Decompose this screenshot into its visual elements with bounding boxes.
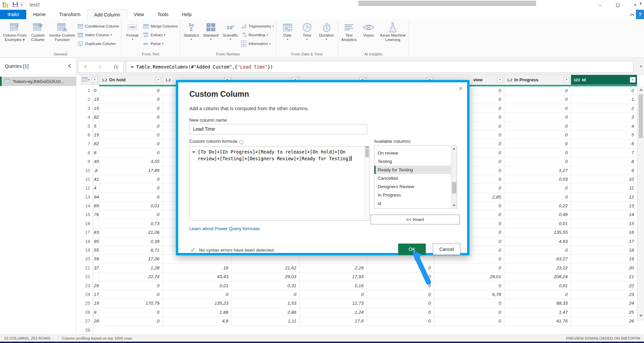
cell-id: 4 — [571, 122, 637, 131]
status-column-profiling[interactable]: Column profiling based on top 1000 rows — [62, 336, 132, 340]
ribbon-button-standard[interactable]: +−÷×Standard▾ — [201, 20, 221, 51]
column-header-in-progress[interactable]: 1.2In Progress▾ — [504, 75, 571, 85]
scroll-left-icon[interactable] — [2, 2, 4, 5]
divider — [26, 2, 26, 8]
available-column-in-progress[interactable]: In Progress — [374, 191, 457, 199]
tab-add-column[interactable]: Add Column — [87, 10, 127, 19]
cell-clipped-col: 83 — [93, 228, 99, 237]
ribbon-button-parse[interactable]: abcParse▾ — [143, 39, 178, 48]
save-icon[interactable] — [13, 2, 18, 7]
scroll-up-icon[interactable] — [453, 148, 455, 149]
ribbon-button-text-analytics[interactable]: TextAnalytics — [339, 20, 359, 51]
cell-hidden-c: 21,62 — [232, 264, 300, 272]
ribbon-button-duplicate-column[interactable]: Duplicate Column — [77, 39, 119, 48]
cell-on-hold: 1,28 — [99, 264, 163, 272]
tab-transform[interactable]: Transform — [52, 10, 87, 19]
tab-файл[interactable]: Файл — [0, 10, 26, 19]
collapse-ribbon-icon[interactable] — [630, 12, 635, 17]
ribbon-button-label: Invoke Custom — [49, 33, 75, 38]
filter-dropdown-icon[interactable]: ▾ — [92, 77, 98, 83]
ribbon-button-date[interactable]: Date▾ — [278, 20, 297, 51]
vertical-scroll-thumb[interactable] — [639, 94, 643, 138]
cell-clipped-col: 15 — [93, 131, 99, 139]
cancel-formula-icon[interactable]: × — [84, 63, 87, 70]
insert-button[interactable]: << Insert — [371, 215, 460, 224]
tab-tools[interactable]: Tools — [151, 10, 175, 19]
custom-column-formula-input[interactable]: = [To Do]+[In Progress]+[Ready to releas… — [189, 146, 370, 221]
available-column-designers-review[interactable]: Designers Review — [374, 182, 457, 191]
ribbon-button-azure-machine-learning[interactable]: Azure MachineLearning — [378, 20, 408, 51]
filter-dropdown-icon[interactable]: ▾ — [155, 77, 161, 83]
available-column-testing[interactable]: Testing — [374, 157, 457, 166]
ribbon-button-custom-column[interactable]: CustomColumn — [28, 20, 48, 51]
cell-on-hold: 0 — [99, 193, 163, 202]
quick-access-toolbar-dropdown-icon[interactable]: ▾ — [21, 3, 23, 7]
info-icon[interactable]: i — [239, 140, 244, 144]
help-badge[interactable]: ? — [636, 10, 644, 19]
filter-dropdown-icon[interactable]: ▾ — [630, 77, 636, 83]
tab-home[interactable]: Home — [26, 10, 52, 19]
minimize-button[interactable]: – — [592, 0, 609, 10]
formula-scrollbar[interactable] — [365, 147, 369, 220]
maximize-button[interactable] — [609, 0, 627, 10]
formula-scroll-thumb[interactable] — [365, 148, 369, 157]
dialog-close-icon[interactable]: × — [459, 85, 463, 92]
fx-icon[interactable]: fx — [113, 64, 118, 70]
ribbon-button-duration[interactable]: Duration▾ — [317, 20, 336, 51]
ribbon-button-invoke-custom-function[interactable]: fxInvoke CustomFunction — [48, 20, 77, 51]
vision-icon — [363, 21, 375, 33]
ribbon-button-column-from-examples[interactable]: Column FromExamples ▾ — [1, 20, 28, 51]
cancel-button[interactable]: Cancel — [433, 244, 460, 255]
ribbon-button-information[interactable]: 1−3+Information▾ — [241, 39, 274, 48]
column-header-id[interactable]: 123id▾ — [571, 75, 637, 85]
available-column-on-review[interactable]: On review — [374, 149, 457, 157]
scroll-down-icon[interactable] — [639, 315, 643, 317]
new-column-name-input[interactable]: Lead Time — [189, 124, 367, 134]
ribbon-button-statistics[interactable]: X̄σΣStatistics▾ — [182, 20, 201, 51]
table-corner-header[interactable]: ▾ — [80, 75, 93, 85]
ribbon-button-merge-columns[interactable]: Merge Columns — [143, 22, 178, 31]
ribbon-button-label: Examples ▾ — [5, 38, 25, 42]
list-scrollbar[interactable] — [451, 146, 457, 208]
cell-id: 22 — [571, 282, 637, 290]
available-column-on-hold[interactable]: On hold — [374, 146, 457, 149]
table-icon — [5, 78, 10, 84]
scroll-right-icon[interactable] — [640, 2, 642, 5]
expand-formula-bar-icon[interactable]: ▾ — [640, 64, 642, 69]
collapse-pane-icon[interactable] — [68, 65, 71, 68]
cell-on-hold: 0 — [99, 113, 163, 122]
cell-hidden-d: 12,73 — [300, 299, 367, 308]
tab-view[interactable]: View — [127, 10, 151, 19]
available-column-ready-for-testing[interactable]: Ready for Testing — [374, 166, 457, 174]
ribbon-button-time[interactable]: Time▾ — [297, 20, 317, 51]
ribbon-tab-row: ФайлHomeTransformAdd ColumnViewToolsHelp… — [0, 10, 644, 19]
filter-dropdown-icon[interactable]: ▾ — [564, 77, 569, 83]
cell-on-hold: 0 — [99, 95, 163, 104]
list-scroll-thumb[interactable] — [452, 182, 456, 194]
ribbon-button-conditional-column[interactable]: Conditional Column — [77, 22, 119, 31]
scroll-up-icon[interactable] — [639, 89, 643, 91]
learn-formulas-link[interactable]: Learn about Power Query formulas — [189, 226, 260, 231]
cell-id: 2 — [571, 104, 637, 113]
ribbon-button-extract[interactable]: ABC123Extract▾ — [143, 31, 178, 39]
ribbon-button-index-column[interactable]: Index Column▾ — [77, 31, 119, 39]
query-list-item[interactable]: ?token=eyJhbGciOiJIUzI... — [0, 77, 76, 86]
ribbon-button-trigonometry[interactable]: Trigonometry▾ — [241, 22, 274, 31]
scroll-down-icon[interactable] — [453, 205, 455, 206]
available-column-id[interactable]: id — [374, 199, 457, 208]
formula-input[interactable]: = Table.RemoveColumns(#"Added Custom",{"… — [126, 61, 634, 73]
ribbon-button-rounding[interactable]: .00→.0Rounding▾ — [241, 31, 274, 39]
tab-help[interactable]: Help — [175, 10, 198, 19]
horizontal-scroll-thumb[interactable] — [358, 1, 536, 6]
filter-dropdown-icon[interactable]: ▾ — [497, 77, 503, 83]
ribbon-button-format[interactable]: ABCFormat▾ — [123, 20, 142, 51]
vertical-scrollbar[interactable] — [637, 86, 644, 321]
cell-clipped-col: 82 — [93, 139, 99, 148]
column-header-clipped-col[interactable]: ▾ — [93, 75, 99, 85]
cell-in-progress: 135,55 — [504, 228, 571, 237]
ribbon-button-scientific[interactable]: 102Scientific▾ — [221, 20, 240, 51]
ribbon-button-vision[interactable]: Vision — [359, 20, 378, 51]
available-column-cancelled[interactable]: Cancelled — [374, 174, 457, 182]
column-header-on-hold[interactable]: 1.2On hold▾ — [99, 75, 163, 85]
commit-formula-icon[interactable]: ✓ — [98, 64, 103, 70]
